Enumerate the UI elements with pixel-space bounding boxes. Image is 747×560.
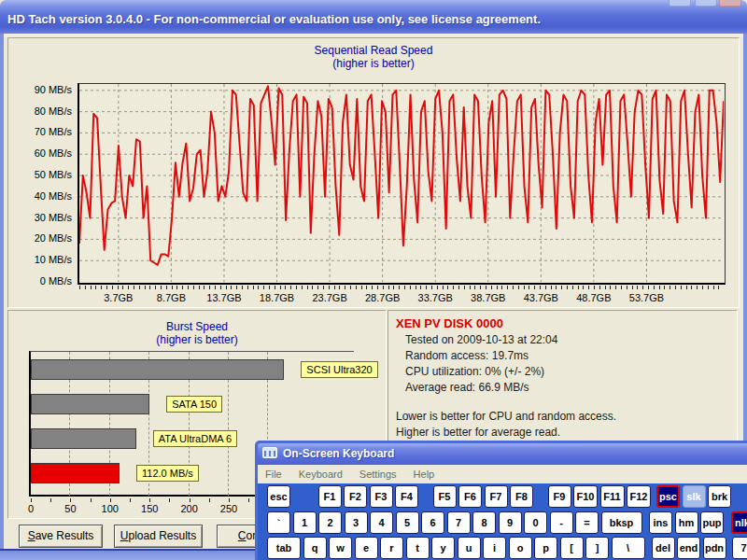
key-equals[interactable]: = [575,511,599,534]
key-F7[interactable]: F7 [485,485,508,508]
burst-title-line1: Burst Speed [8,320,386,333]
key-i[interactable]: i [483,537,506,559]
osk-titlebar[interactable]: On-Screen Keyboard [258,443,747,465]
key-F2[interactable]: F2 [344,485,367,508]
key-p[interactable]: p [534,537,557,559]
burst-x-tick-label: 100 [102,503,119,514]
key-psc[interactable]: psc [656,485,680,508]
key-backtick[interactable]: ` [267,511,290,534]
key-lbracket[interactable]: [ [560,537,584,559]
key-hm[interactable]: hm [675,511,698,534]
key-w[interactable]: w [329,537,352,559]
osk-menu-keyboard[interactable]: Keyboard [299,469,343,480]
key-1[interactable]: 1 [293,511,317,534]
key-3[interactable]: 3 [345,511,368,534]
info-average-read: Average read: 66.9 MB/s [396,380,729,396]
bar-112-0-mb-s [31,463,120,483]
burst-x-tick-label: 200 [180,503,197,514]
x-tick-label: 43.7GB [524,292,558,303]
key-minus[interactable]: - [550,511,573,534]
key-8[interactable]: 8 [472,511,496,534]
seq-x-axis-ticks [79,286,724,289]
key-F1[interactable]: F1 [318,485,342,508]
key-t[interactable]: t [406,537,430,559]
key-rbracket[interactable]: ] [585,537,609,559]
y-tick-label: 20 MB/s [35,232,72,244]
seq-plot-area [78,83,726,285]
osk-menu-file[interactable]: File [265,469,282,480]
key-y[interactable]: y [431,537,455,559]
key-pup[interactable]: pup [700,511,724,534]
key-F3[interactable]: F3 [370,485,393,508]
minimize-button[interactable] [669,0,691,7]
key-bksp[interactable]: bksp [601,511,642,534]
osk-menu-help[interactable]: Help [414,469,435,480]
main-titlebar[interactable]: HD Tach version 3.0.4.0 - For non-commer… [0,0,747,34]
y-tick-label: 60 MB/s [35,147,72,159]
key-5[interactable]: 5 [396,511,419,534]
seq-x-axis-labels: 3.7GB8.7GB13.7GB18.7GB23.7GB28.7GB33.7GB… [79,292,724,305]
info-spacer [396,396,729,409]
y-tick-label: 40 MB/s [35,190,72,202]
close-button[interactable] [719,0,741,7]
osk-menu-settings[interactable]: Settings [359,469,397,480]
key-F4[interactable]: F4 [395,485,418,508]
key-F5[interactable]: F5 [433,485,457,508]
upload-results-button[interactable]: Upload Results [114,525,203,548]
key-end[interactable]: end [677,537,700,559]
seq-chart-title: Sequential Read Speed (higher is better) [8,44,739,70]
key-0[interactable]: 0 [524,511,547,534]
seq-y-axis-labels: 90 MB/s80 MB/s70 MB/s60 MB/s50 MB/s40 MB… [10,83,74,285]
burst-x-tick-label: 50 [64,503,76,514]
key-brk[interactable]: brk [708,485,731,508]
key-F9[interactable]: F9 [548,485,571,508]
key-7[interactable]: 7 [732,537,747,559]
key-backslash[interactable]: \ [612,537,645,559]
x-tick-label: 38.7GB [471,292,505,303]
maximize-button[interactable] [695,0,717,7]
key-4[interactable]: 4 [370,511,393,534]
key-6[interactable]: 6 [421,511,444,534]
bar-label: ATA UltraDMA 6 [153,430,237,447]
key-7[interactable]: 7 [447,511,471,534]
y-tick-label: 30 MB/s [35,212,72,223]
key-2[interactable]: 2 [318,511,342,534]
key-F6[interactable]: F6 [458,485,482,508]
save-results-button[interactable]: Save Results [19,525,103,548]
key-esc[interactable]: esc [267,485,290,508]
bar-label: SCSI Ultra320 [301,361,377,378]
info-note-2: Higher is better for average read. [396,425,729,441]
key-F11[interactable]: F11 [600,485,625,508]
bar-scsi-ultra320 [31,359,284,380]
read-speed-chart [79,84,724,282]
burst-x-tick-label: 150 [141,503,158,514]
key-F12[interactable]: F12 [627,485,651,508]
key-row-2: `1234567890-=bkspinshmpupnlk [258,511,747,534]
key-u[interactable]: u [458,537,481,559]
x-tick-label: 18.7GB [260,292,294,303]
key-ins[interactable]: ins [649,511,672,534]
bar-sata-150 [31,394,149,414]
info-tested-on: Tested on 2009-10-13 at 22:04 [396,332,729,348]
key-slk[interactable]: slk [683,485,706,508]
x-tick-label: 3.7GB [104,292,133,303]
key-o[interactable]: o [509,537,532,559]
key-pdn[interactable]: pdn [703,537,726,559]
osk-menubar: File Keyboard Settings Help [258,465,747,483]
upload-results-label: Upload Results [115,525,202,547]
key-F8[interactable]: F8 [510,485,533,508]
key-9[interactable]: 9 [499,511,522,534]
key-q[interactable]: q [303,537,327,559]
seq-title-line1: Sequential Read Speed [8,44,739,57]
key-F10[interactable]: F10 [573,485,598,508]
key-e[interactable]: e [355,537,378,559]
y-tick-label: 0 MB/s [40,275,72,287]
key-del[interactable]: del [652,537,675,559]
key-nlk[interactable]: nlk [731,511,747,534]
y-tick-label: 50 MB/s [35,169,72,180]
burst-x-tick-label: 250 [220,503,237,514]
key-r[interactable]: r [380,537,403,559]
key-tab[interactable]: tab [267,537,301,559]
save-results-label: Save Results [20,525,102,547]
y-tick-label: 10 MB/s [35,254,72,265]
